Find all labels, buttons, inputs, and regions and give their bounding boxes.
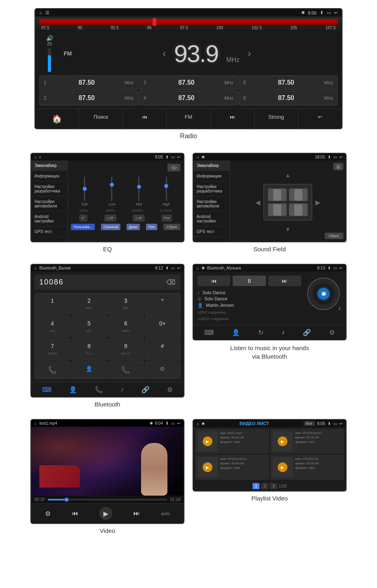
sf-reset-button[interactable]: Сброс (325, 233, 343, 239)
eq-menu-equalizer[interactable]: Эквалайзер (31, 160, 67, 171)
bt-key-2[interactable]: 2ABC (71, 293, 107, 315)
preset-5-unit: MHz (324, 80, 333, 85)
bt-endcall-button[interactable]: 📞 (108, 361, 144, 379)
bt-key-7[interactable]: 7PQRS (34, 338, 71, 360)
eq-menu-android[interactable]: Android настройки (31, 212, 67, 227)
radio-fm-button[interactable]: FM (167, 109, 210, 128)
eq-preset-jazz[interactable]: Джаз (126, 224, 140, 230)
sf-menu-android[interactable]: Android настройки (193, 212, 229, 227)
sf-menu-info[interactable]: Информация (193, 171, 229, 182)
eq-preset-pop[interactable]: Поп (146, 224, 157, 230)
frequency-ruler[interactable] (39, 19, 338, 25)
btm-tab-contacts[interactable]: 👤 (232, 329, 240, 336)
eq-val-3[interactable]: Рок (162, 215, 172, 221)
bt-label: Bluetooth (94, 401, 120, 408)
btm-prev-button[interactable]: ⏮ (197, 276, 230, 286)
bt-key-0[interactable]: 0+ (145, 316, 181, 338)
eq-slider-low: Low (109, 177, 116, 206)
pl-page-2[interactable]: 2 (261, 483, 268, 489)
volume-bar[interactable] (48, 48, 51, 72)
bt-key-8[interactable]: 8TUV (71, 338, 107, 360)
radio-strong-button[interactable]: Strong (255, 109, 298, 128)
bt-key-4[interactable]: 4GHI (34, 316, 71, 338)
pl-page-1[interactable]: 1 (253, 483, 260, 489)
eq-menu-info[interactable]: Информация (31, 171, 67, 182)
bt-key-5[interactable]: 5JKL (71, 316, 107, 338)
eq-track-sub[interactable] (84, 177, 85, 201)
btm-play-button[interactable]: ⏸ (233, 276, 266, 286)
btm-tab-music[interactable]: ♪ (281, 329, 285, 336)
sf-left-arrow[interactable]: ◀ (255, 199, 260, 206)
video-prev-button[interactable]: ⏮ (72, 510, 78, 517)
sf-down-arrow[interactable]: ▼ (285, 226, 291, 233)
video-settings-button[interactable]: ⚙ (45, 510, 51, 517)
sf-menu-equalizer[interactable]: Эквалайзер (193, 160, 229, 171)
eq-channel-button[interactable]: ◁▷ (167, 164, 180, 171)
freq-prev-button[interactable]: ‹ (163, 48, 166, 59)
radio-home-button[interactable]: 🏠 (35, 109, 79, 128)
preset-4[interactable]: 4 87.50 MHz (139, 91, 238, 105)
preset-1[interactable]: 1 87.50 MHz (39, 75, 138, 90)
video-seekbar[interactable] (48, 499, 167, 500)
bt-key-1[interactable]: 1 (34, 293, 71, 315)
btm-note-icon: ♪ (197, 290, 200, 295)
pl-item-4[interactable]: ▶ имя: FPZ20170... время: 00:00:40 форма… (270, 455, 344, 480)
bt-key-6[interactable]: 6MNO (108, 316, 144, 338)
eq-preset-user[interactable]: Пользова... (71, 224, 95, 230)
eq-menu-dev-settings[interactable]: Настройки разработчика (31, 182, 67, 197)
pl-page-3[interactable]: 3 (270, 483, 277, 489)
sf-menu-gps[interactable]: GPS тест (193, 227, 229, 237)
eq-track-high[interactable] (166, 177, 167, 201)
preset-5[interactable]: 5 87.50 MHz (239, 75, 338, 90)
sf-menu-dev[interactable]: Настройки разработчика (193, 182, 229, 197)
eq-menu-car-settings[interactable]: Настройки автомобиля (31, 197, 67, 212)
radio-next-button[interactable]: ⏭ (211, 109, 255, 128)
preset-6[interactable]: 6 87.50 MHz (239, 91, 338, 105)
pl-item-2[interactable]: ▶ имя: FPZ2018101... время: 00:00:39 фор… (270, 429, 344, 454)
bt-tab-keypad[interactable]: ⌨ (42, 386, 51, 393)
bt-key-3[interactable]: 3DEF (108, 293, 144, 315)
radio-search-button[interactable]: Поиск (79, 109, 123, 128)
btm-tab-link[interactable]: 🔗 (303, 329, 311, 336)
sf-up-arrow[interactable]: ▲ (285, 172, 291, 178)
sf-car-area: ◀ ▶ (232, 180, 343, 225)
sf-eq-icon[interactable]: ||| (333, 163, 343, 170)
sf-menu-car[interactable]: Настройки автомобиля (193, 197, 229, 212)
bt-call-button[interactable]: 📞 (34, 361, 71, 379)
eq-reset-button[interactable]: Сброс (163, 224, 180, 230)
eq-track-low[interactable] (111, 177, 112, 201)
preset-3[interactable]: 3 87.50 MHz (139, 75, 238, 90)
bt-key-star[interactable]: * (145, 293, 181, 315)
eq-val-0[interactable]: 0° (79, 215, 87, 221)
bt-tab-settings[interactable]: ⚙ (167, 386, 173, 393)
pl-filter-button[interactable]: Все (304, 421, 315, 426)
pl-item-1[interactable]: ▶ имя: test1.mp4 время: 00:01:18 формат:… (195, 429, 269, 454)
eq-track-mid[interactable] (138, 177, 139, 201)
btm-next-button[interactable]: ⏭ (268, 276, 301, 286)
freq-next-button[interactable]: › (248, 48, 251, 59)
radio-back-button[interactable]: ↩ (298, 109, 342, 128)
bt-key-9[interactable]: 9WXYZ (108, 338, 144, 360)
eq-val-2[interactable]: 1.0F (133, 215, 144, 221)
radio-prev-button[interactable]: ⏮ (123, 109, 167, 128)
pl-screen: ⌂ ✱ ВИДЕО ЛИСТ Все 8:05 ⬆ ▭ ↩ ▶ имя: tes… (193, 419, 347, 492)
pl-item-3[interactable]: ▶ имя: FPZ2018101... время: 00:00:40 фор… (195, 455, 269, 480)
bt-tab-contacts[interactable]: 👤 (69, 386, 77, 393)
bt-tab-music[interactable]: ♪ (120, 386, 124, 393)
bt-tab-link[interactable]: 🔗 (141, 386, 150, 393)
bt-more-button[interactable]: ⚙ (145, 361, 181, 379)
bt-tab-recent[interactable]: 📞 (95, 386, 103, 393)
btm-tab-settings[interactable]: ⚙ (329, 329, 335, 336)
preset-2[interactable]: 2 87.50 MHz (39, 91, 138, 105)
bt-contact-button[interactable]: 👤 (71, 361, 107, 379)
eq-preset-classical[interactable]: Classical (101, 224, 120, 230)
bt-delete-button[interactable]: ⌫ (166, 278, 176, 286)
eq-val-1[interactable]: 1.0F (105, 215, 116, 221)
btm-tab-recent[interactable]: ↻ (258, 329, 263, 336)
sf-right-arrow[interactable]: ▶ (315, 199, 320, 206)
video-play-button[interactable]: ▶ (99, 507, 112, 520)
eq-menu-gps[interactable]: GPS тест (31, 227, 67, 237)
btm-tab-keypad[interactable]: ⌨ (204, 329, 214, 336)
bt-key-hash[interactable]: # (145, 338, 181, 360)
video-next-button[interactable]: ⏭ (133, 510, 140, 517)
